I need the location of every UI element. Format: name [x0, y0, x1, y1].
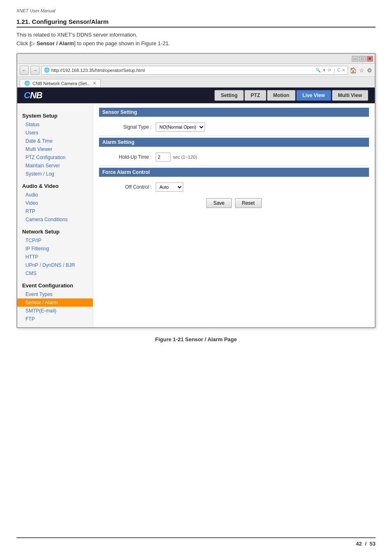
sidebar-item-users[interactable]: Users	[17, 129, 93, 137]
signal-type-row: Signal Type : NO(Normal Open) NC(Normal …	[99, 120, 369, 134]
signal-type-label: Signal Type :	[102, 124, 152, 130]
nav-liveview-button[interactable]: Live View	[296, 90, 331, 101]
browser-tab[interactable]: 🌐 CNB Network Camera (Set... ✕	[20, 79, 101, 87]
address-x-icon[interactable]: ✕	[342, 68, 345, 72]
reset-button[interactable]: Reset	[235, 198, 262, 208]
sidebar: System Setup Status Users Date & Time Mu…	[17, 104, 93, 327]
action-buttons: Save Reset	[99, 194, 369, 212]
section-description: This is related to XNET's DDNS server in…	[16, 32, 376, 38]
home-icon[interactable]: 🏠	[350, 67, 357, 74]
address-bar[interactable]: 🌐 http://192.168.123.35/html/operator/Se…	[41, 66, 348, 75]
close-button[interactable]: ✕	[367, 56, 373, 62]
off-control-select[interactable]: Auto Manual	[156, 183, 183, 192]
sidebar-group-network: Network Setup	[17, 225, 93, 236]
browser-titlebar: — □ ✕	[17, 54, 375, 64]
off-control-row: Off Control : Auto Manual	[99, 180, 369, 194]
nav-multiview-button[interactable]: Multi View	[332, 90, 368, 101]
sidebar-item-smtp[interactable]: SMTP(E-mail)	[17, 307, 93, 315]
alarm-setting-section: Alarm Setting Hold-Up Time : sec (1~120)	[99, 138, 369, 164]
gear-icon[interactable]: ⚙	[367, 67, 372, 74]
sensor-setting-section: Sensor Setting Signal Type : NO(Normal O…	[99, 108, 369, 134]
titlebar-buttons: — □ ✕	[352, 56, 373, 62]
cnb-logo: CNB	[24, 90, 42, 101]
tab-bar: 🌐 CNB Network Camera (Set... ✕	[17, 77, 375, 88]
sidebar-item-video[interactable]: Video	[17, 199, 93, 207]
off-control-control: Auto Manual	[156, 183, 183, 192]
address-dropdown-icon[interactable]: ▼	[322, 68, 326, 72]
sidebar-item-ftp[interactable]: FTP	[17, 315, 93, 323]
browser-toolbar: ← → 🌐 http://192.168.123.35/html/operato…	[17, 64, 375, 77]
signal-type-control: NO(Normal Open) NC(Normal Close)	[156, 123, 205, 132]
maximize-button[interactable]: □	[359, 56, 366, 62]
address-search-icon: 🔍	[316, 68, 321, 72]
signal-type-select[interactable]: NO(Normal Open) NC(Normal Close)	[156, 123, 205, 132]
force-alarm-section: Force Alarm Control Off Control : Auto M…	[99, 168, 369, 194]
sidebar-item-ipfilter[interactable]: IP Filtering	[17, 245, 93, 253]
nav-setting-button[interactable]: Setting	[214, 90, 244, 101]
minimize-button[interactable]: —	[352, 56, 358, 62]
tab-label: CNB Network Camera (Set...	[32, 81, 90, 86]
sidebar-item-event-types[interactable]: Event Types	[17, 290, 93, 298]
holdup-control: sec (1~120)	[156, 153, 197, 162]
sidebar-item-datetime[interactable]: Date & Time	[17, 137, 93, 145]
sidebar-item-upnp[interactable]: UPnP / DynDNS / BJR	[17, 261, 93, 269]
camera-body: System Setup Status Users Date & Time Mu…	[17, 103, 375, 327]
figure-caption: Figure 1-21 Sensor / Alarm Page	[16, 336, 376, 342]
sidebar-item-multiviewer[interactable]: Multi Viewer	[17, 145, 93, 153]
sidebar-item-syslog[interactable]: System / Log	[17, 170, 93, 178]
main-content: Sensor Setting Signal Type : NO(Normal O…	[93, 104, 375, 327]
address-refresh-icon[interactable]: ⟳	[328, 68, 331, 72]
browser-favicons: 🏠 ☆ ⚙	[350, 67, 372, 74]
sensor-setting-header: Sensor Setting	[99, 108, 369, 117]
sidebar-item-rtp[interactable]: RTP	[17, 207, 93, 215]
section-title: 1.21. Configuring Sensor/Alarm	[16, 18, 376, 28]
camera-nav: Setting PTZ Motion Live View Multi View	[214, 90, 368, 101]
sidebar-item-http[interactable]: HTTP	[17, 253, 93, 261]
document-header: XNET User Manual	[16, 8, 376, 13]
save-button[interactable]: Save	[206, 198, 231, 208]
holdup-row: Hold-Up Time : sec (1~120)	[99, 150, 369, 164]
page-number: 42 / 53	[356, 541, 376, 547]
back-button[interactable]: ←	[20, 66, 29, 75]
browser-window: — □ ✕ ← → 🌐 http://192.168.123.35/html/o…	[16, 53, 376, 328]
sidebar-item-ptz-config[interactable]: PTZ Configuration	[17, 153, 93, 162]
address-text: http://192.168.123.35/html/operator/Setu…	[51, 68, 314, 73]
sidebar-item-status[interactable]: Status	[17, 120, 93, 129]
tab-icon: 🌐	[24, 81, 30, 86]
address-c-icon: C	[337, 68, 340, 72]
forward-button[interactable]: →	[30, 66, 39, 75]
sidebar-item-tcpip[interactable]: TCP/IP	[17, 236, 93, 245]
page-footer: 42 / 53	[16, 537, 376, 547]
sidebar-item-sensor-alarm[interactable]: Sensor / Alarm	[17, 298, 93, 307]
tab-close-icon[interactable]: ✕	[93, 81, 96, 86]
alarm-setting-header: Alarm Setting	[99, 138, 369, 147]
camera-ui: CNB Setting PTZ Motion Live View Multi V…	[17, 88, 375, 327]
sidebar-item-cms[interactable]: CMS	[17, 269, 93, 278]
star-icon[interactable]: ☆	[359, 67, 364, 74]
address-icon: 🌐	[44, 67, 50, 73]
nav-ptz-button[interactable]: PTZ	[244, 90, 266, 101]
sidebar-item-maintain[interactable]: Maintain Server	[17, 162, 93, 170]
off-control-label: Off Control :	[102, 184, 152, 190]
sidebar-group-av: Audio & Video	[17, 180, 93, 191]
holdup-label: Hold-Up Time :	[102, 154, 152, 160]
click-instruction: Click [▷ Sensor / Alarm] to open the pag…	[16, 40, 376, 46]
holdup-unit: sec (1~120)	[173, 155, 197, 160]
force-alarm-header: Force Alarm Control	[99, 168, 369, 177]
camera-header: CNB Setting PTZ Motion Live View Multi V…	[17, 88, 375, 103]
sidebar-item-camera-cond[interactable]: Camera Conditions	[17, 215, 93, 224]
sidebar-group-system: System Setup	[17, 109, 93, 120]
sidebar-group-event: Event Configuration	[17, 279, 93, 290]
holdup-input[interactable]	[156, 153, 171, 162]
nav-motion-button[interactable]: Motion	[267, 90, 295, 101]
sidebar-item-audio[interactable]: Audio	[17, 191, 93, 199]
